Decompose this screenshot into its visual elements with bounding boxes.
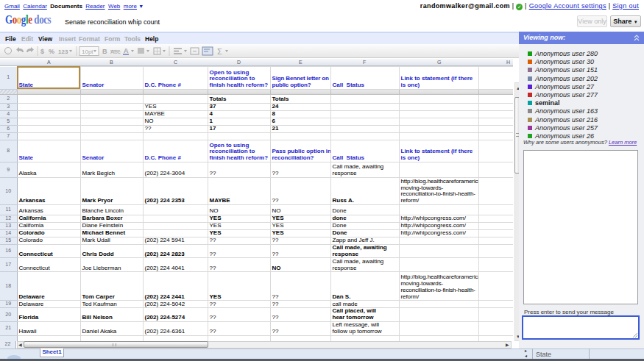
svg-text:10pt: 10pt <box>82 49 93 55</box>
svg-text:123: 123 <box>58 49 68 55</box>
svg-text:Abc: Abc <box>110 49 121 55</box>
svg-text:A: A <box>124 47 129 54</box>
svg-text:%: % <box>49 48 54 55</box>
svg-text:$: $ <box>40 48 44 55</box>
svg-text:B: B <box>102 48 107 55</box>
svg-text:Σ: Σ <box>217 47 222 56</box>
